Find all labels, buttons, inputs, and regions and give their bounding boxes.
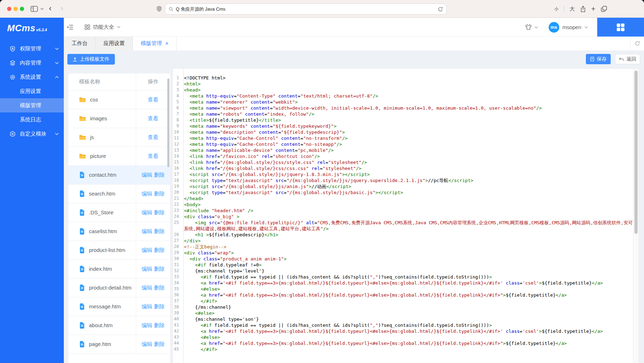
- refresh-tab-button[interactable]: [630, 37, 644, 50]
- back-button[interactable]: ‹: [49, 4, 51, 13]
- code-line[interactable]: 5 <meta name="renderer" content="webkit"…: [173, 99, 633, 105]
- delete-link[interactable]: 删除: [154, 322, 165, 329]
- tab-1[interactable]: 应用设置: [96, 37, 133, 50]
- code-line[interactable]: 3<head>: [173, 87, 633, 93]
- file-row[interactable]: about.htm编辑删除: [68, 316, 170, 335]
- code-line[interactable]: 8 <title>${field.typetitle}</title>: [173, 117, 633, 123]
- code-line[interactable]: 27</div>: [173, 238, 633, 244]
- file-row[interactable]: css查看: [68, 90, 170, 109]
- edit-link[interactable]: 编辑: [142, 285, 152, 291]
- code-line[interactable]: 11 <meta http-equiv="Cache-Control" cont…: [173, 135, 633, 141]
- traffic-light-zoom[interactable]: [20, 7, 24, 11]
- user-menu[interactable]: ms msopen: [549, 22, 588, 33]
- code-line[interactable]: 42 <a href='<#if field.type==3>{ms:globa…: [173, 328, 633, 334]
- sidebar-toggle-icon[interactable]: [30, 6, 38, 12]
- sidebar-subitem-active[interactable]: 模版管理: [0, 98, 64, 112]
- code-line[interactable]: 7 <meta name="robots" content="index, fo…: [173, 111, 633, 117]
- delete-link[interactable]: 删除: [154, 209, 165, 216]
- edit-link[interactable]: 编辑: [142, 266, 152, 273]
- code-line[interactable]: 4 <meta http-equiv="Content-Type" conten…: [173, 93, 633, 99]
- code-editor[interactable]: 1<!DOCTYPE html>2<html>3<head>4 <meta ht…: [173, 69, 638, 363]
- code-line[interactable]: 38 {/ms:channel}: [173, 304, 633, 310]
- code-line[interactable]: 30 <div class="product_a anim anim-1">: [173, 256, 633, 262]
- edit-link[interactable]: 编辑: [142, 209, 152, 216]
- file-row[interactable]: index.htm编辑删除: [68, 260, 170, 279]
- share-icon[interactable]: [580, 6, 586, 12]
- theme-switcher-button[interactable]: [525, 24, 538, 30]
- code-line[interactable]: 29<div class="wrap">: [173, 250, 633, 256]
- address-bar[interactable]: Q 免疫开源的 Java Cms: [165, 4, 447, 15]
- edit-link[interactable]: 编辑: [142, 228, 152, 235]
- sidebar-item-gear[interactable]: 系统设置: [0, 70, 64, 84]
- edit-link[interactable]: 编辑: [142, 172, 152, 178]
- code-line[interactable]: 23<#include "header.htm" />: [173, 208, 633, 214]
- save-button[interactable]: 保存: [586, 54, 611, 64]
- code-line[interactable]: 6 <meta name="viewport" content="width=d…: [173, 105, 633, 111]
- delete-link[interactable]: 删除: [154, 228, 165, 235]
- file-row[interactable]: page.htm编辑删除: [68, 335, 170, 354]
- code-line[interactable]: 17 <script src="/{ms:global.style/}js/jq…: [173, 171, 633, 177]
- file-row-selected[interactable]: contact.htm编辑删除: [68, 166, 170, 185]
- edit-link[interactable]: 编辑: [142, 322, 152, 329]
- delete-link[interactable]: 删除: [154, 285, 165, 291]
- code-line[interactable]: 32 {ms:channel type='level'}: [173, 268, 633, 274]
- edit-link[interactable]: 编辑: [142, 191, 152, 197]
- file-row[interactable]: images查看: [68, 109, 170, 128]
- file-row[interactable]: caselist.htm编辑删除: [68, 222, 170, 241]
- code-line[interactable]: 12 <meta http-equiv="Cache-Control" cont…: [173, 141, 633, 147]
- view-link[interactable]: 查看: [148, 134, 158, 141]
- edit-link[interactable]: 编辑: [142, 341, 152, 348]
- tab-0[interactable]: 工作台: [64, 37, 96, 50]
- code-line[interactable]: 19 <script src="/{ms:global.style/}js/an…: [173, 183, 633, 189]
- menu-feature-list[interactable]: 功能大全: [85, 24, 121, 31]
- reload-icon[interactable]: [438, 6, 443, 13]
- delete-link[interactable]: 删除: [154, 303, 165, 310]
- delete-link[interactable]: 删除: [154, 191, 165, 197]
- code-line[interactable]: 10 <meta name="description" content="${f…: [173, 129, 633, 135]
- view-link[interactable]: 查看: [148, 153, 158, 160]
- code-line[interactable]: 15 <link href="/{ms:global.style/}css/st…: [173, 159, 633, 165]
- view-link[interactable]: 查看: [148, 115, 158, 122]
- code-line[interactable]: 37 </#if>: [173, 298, 633, 304]
- back-button-page[interactable]: 返回: [615, 54, 640, 64]
- file-row[interactable]: js查看: [68, 128, 170, 147]
- file-row[interactable]: product-detail.htm编辑删除: [68, 279, 170, 297]
- sidebar-item-hexagon[interactable]: 自定义模块: [0, 127, 64, 141]
- delete-link[interactable]: 删除: [154, 266, 165, 273]
- code-line[interactable]: 9 <meta name="keywords" content="${field…: [173, 123, 633, 129]
- code-line[interactable]: 16 <link href="/{ms:global.style/}css/cs…: [173, 165, 633, 171]
- code-line[interactable]: 35 <#else>: [173, 286, 633, 292]
- collapse-sidebar-button[interactable]: [67, 24, 73, 30]
- code-line[interactable]: 21</head>: [173, 196, 633, 202]
- code-line[interactable]: 44 <a href="<#if field.type==3>{ms:globa…: [173, 340, 633, 346]
- code-line[interactable]: 45 </#if>: [173, 346, 633, 352]
- code-line[interactable]: 36 <a href="<#if field.type==3>{ms:globa…: [173, 292, 633, 298]
- code-line[interactable]: 34 <a href='<#if field.type==3>{ms:globa…: [173, 280, 633, 286]
- file-row[interactable]: product-list.htm编辑删除: [68, 241, 170, 260]
- apps-launcher-button[interactable]: [597, 18, 644, 37]
- traffic-light-close[interactable]: [7, 7, 11, 11]
- sidebar-subitem[interactable]: 系统日志: [0, 112, 64, 127]
- chevron-down-icon[interactable]: [40, 8, 44, 10]
- traffic-light-minimize[interactable]: [13, 7, 18, 11]
- code-line[interactable]: 31 <#if field.typeleaf !=0>: [173, 262, 633, 268]
- edit-link[interactable]: 编辑: [142, 247, 152, 254]
- tab-overview-icon[interactable]: [601, 6, 607, 12]
- code-line[interactable]: 39 <#else>: [173, 310, 633, 316]
- code-line[interactable]: 2<html>: [173, 81, 633, 87]
- view-link[interactable]: 查看: [148, 97, 158, 103]
- code-line[interactable]: 22<body>: [173, 202, 633, 208]
- code-line[interactable]: 24<div class="o_big" >: [173, 214, 633, 220]
- file-list-scrollbar[interactable]: [167, 78, 169, 167]
- edit-link[interactable]: 编辑: [142, 303, 152, 310]
- new-tab-button[interactable]: +: [591, 5, 595, 12]
- delete-link[interactable]: 删除: [154, 172, 165, 178]
- file-row[interactable]: picture查看: [68, 147, 170, 166]
- delete-link[interactable]: 删除: [154, 341, 165, 348]
- tab-2-active[interactable]: 模版管理×: [133, 37, 177, 50]
- code-line[interactable]: 40 {ms:channel type='son'}: [173, 316, 633, 322]
- close-tab-icon[interactable]: ×: [165, 41, 168, 46]
- delete-link[interactable]: 删除: [154, 247, 165, 254]
- file-row[interactable]: .DS_Store编辑删除: [68, 203, 170, 222]
- code-line[interactable]: 18 <script type="text/javascript" src="/…: [173, 177, 633, 183]
